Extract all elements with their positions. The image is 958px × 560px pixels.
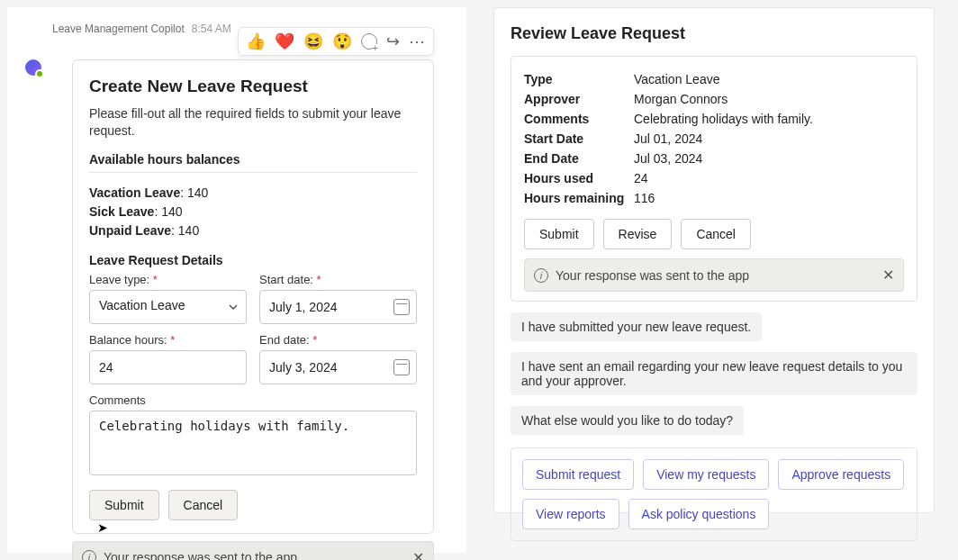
review-status-bar: i Your response was sent to the app ✕	[524, 258, 904, 292]
reaction-bar: 👍 ❤️ 😆 😲 ↩ ⋯	[238, 27, 434, 56]
balance-row-unpaid: Unpaid Leave: 140	[89, 221, 417, 240]
close-icon[interactable]: ✕	[412, 549, 424, 560]
bot-message-1: I have submitted your new leave request.	[511, 312, 762, 341]
leave-type-select[interactable]: Vacation Leave	[89, 290, 247, 324]
end-date-label: End date: *	[259, 333, 417, 347]
close-icon[interactable]: ✕	[882, 266, 894, 284]
comments-textarea[interactable]	[89, 411, 417, 475]
row-comments: CommentsCelebrating holidays with family…	[524, 109, 904, 129]
app-name-label: Leave Management Copilot	[52, 23, 185, 35]
row-end: End DateJul 03, 2024	[524, 149, 904, 168]
bot-message-3: What else would you like to do today?	[511, 406, 744, 435]
thumbs-up-icon[interactable]: 👍	[246, 32, 266, 51]
row-type: TypeVacation Leave	[524, 69, 904, 89]
card-title: Create New Leave Request	[89, 77, 417, 96]
bot-avatar-icon	[23, 58, 43, 77]
heart-icon[interactable]: ❤️	[275, 32, 294, 51]
leave-type-label: Leave type: *	[89, 273, 247, 286]
comments-label: Comments	[89, 393, 417, 407]
quick-view-my-requests[interactable]: View my requests	[643, 459, 769, 490]
surprised-icon[interactable]: 😲	[332, 32, 352, 51]
status-text: Your response was sent to the app	[104, 550, 297, 560]
details-heading: Leave Request Details	[89, 253, 417, 267]
card-description: Please fill-out all the required fields …	[89, 105, 417, 140]
balance-hours-field: Balance hours: *	[89, 333, 247, 384]
row-used: Hours used24	[524, 168, 904, 188]
row-remain: Hours remaining116	[524, 188, 904, 208]
avatar	[23, 58, 43, 77]
laugh-icon[interactable]: 😆	[303, 32, 323, 51]
review-card: TypeVacation Leave ApproverMorgan Connor…	[511, 56, 917, 302]
balances-heading: Available hours balances	[89, 152, 417, 167]
review-revise-button[interactable]: Revise	[603, 219, 673, 249]
quick-view-reports[interactable]: View reports	[522, 499, 619, 529]
add-reaction-icon[interactable]	[361, 33, 377, 50]
leave-type-field: Leave type: * Vacation Leave	[89, 273, 247, 324]
end-date-field: End date: *	[259, 333, 417, 384]
row-start: Start DateJul 01, 2024	[524, 129, 904, 149]
quick-submit-request[interactable]: Submit request	[522, 459, 634, 490]
calendar-icon[interactable]	[393, 299, 410, 315]
cancel-button[interactable]: Cancel	[168, 490, 239, 520]
review-title: Review Leave Request	[511, 24, 917, 43]
presence-available-icon	[35, 69, 44, 78]
bot-message-2: I have sent an email regarding your new …	[511, 352, 917, 395]
balances-list: Vacation Leave: 140 Sick Leave: 140 Unpa…	[89, 184, 417, 240]
balance-row-sick: Sick Leave: 140	[89, 203, 417, 221]
review-cancel-button[interactable]: Cancel	[681, 219, 751, 249]
timestamp-label: 8:54 AM	[192, 23, 231, 35]
review-submit-button[interactable]: Submit	[524, 219, 594, 249]
create-leave-card: Create New Leave Request Please fill-out…	[72, 59, 434, 534]
quick-actions-card: Submit request View my requests Approve …	[511, 447, 917, 541]
submit-button[interactable]: Submit	[89, 490, 159, 520]
calendar-icon[interactable]	[393, 359, 410, 375]
status-bar: i Your response was sent to the app ✕	[72, 541, 434, 560]
more-options-icon[interactable]: ⋯	[409, 32, 426, 51]
quick-ask-policy[interactable]: Ask policy questions	[628, 499, 770, 529]
cursor-icon: ➤	[97, 520, 108, 535]
review-status-text: Your response was sent to the app	[556, 268, 749, 283]
row-approver: ApproverMorgan Connors	[524, 89, 904, 109]
info-icon: i	[534, 268, 548, 283]
balance-hours-label: Balance hours: *	[89, 333, 247, 347]
balance-hours-input[interactable]	[89, 350, 247, 384]
left-panel: 👍 ❤️ 😆 😲 ↩ ⋯ Leave Management Copilot 8:…	[7, 7, 466, 553]
reply-icon[interactable]: ↩	[386, 32, 400, 51]
divider	[89, 172, 417, 173]
quick-approve-requests[interactable]: Approve requests	[778, 459, 904, 490]
balance-row-vacation: Vacation Leave: 140	[89, 184, 417, 203]
right-panel: Review Leave Request TypeVacation Leave …	[493, 7, 935, 513]
start-date-field: Start date: *	[259, 273, 417, 324]
start-date-label: Start date: *	[259, 273, 417, 286]
info-icon: i	[82, 550, 96, 560]
